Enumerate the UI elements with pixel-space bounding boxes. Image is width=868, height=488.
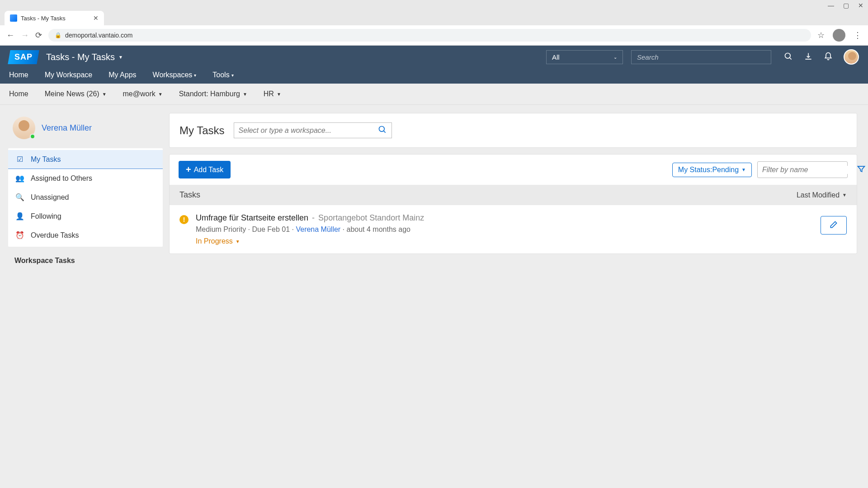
- edit-task-button[interactable]: [821, 216, 847, 235]
- tab-close-icon[interactable]: ✕: [93, 14, 99, 22]
- browser-tab-title: Tasks - My Tasks: [21, 15, 66, 22]
- page-title: Tasks - My Tasks: [46, 52, 115, 62]
- page-title-dropdown[interactable]: Tasks - My Tasks ▼: [46, 52, 123, 62]
- svg-point-2: [379, 127, 384, 132]
- sidebar-item-assigned-to-others[interactable]: 👥 Assigned to Others: [8, 169, 163, 188]
- person-icon: 👤: [15, 212, 24, 221]
- workspace-search[interactable]: [234, 122, 392, 138]
- window-close-icon[interactable]: ✕: [858, 2, 863, 9]
- nav-tools[interactable]: Tools▾: [212, 66, 233, 84]
- sidebar-item-label: Assigned to Others: [31, 174, 92, 183]
- sidebar-avatar: [13, 117, 35, 139]
- chevron-down-icon: ▼: [741, 167, 746, 172]
- sidebar-item-overdue-tasks[interactable]: ⏰ Overdue Tasks: [8, 226, 163, 245]
- sidebar-item-label: Following: [31, 212, 61, 221]
- content-area: My Tasks + Add Task My Status:Pending: [163, 105, 868, 488]
- nav-my-apps[interactable]: My Apps: [108, 66, 136, 84]
- sort-label: Last Modified: [797, 191, 840, 199]
- sort-dropdown[interactable]: Last Modified ▼: [797, 191, 847, 199]
- workspace-tasks-heading: Workspace Tasks: [8, 247, 163, 275]
- sidebar-item-label: My Tasks: [31, 155, 61, 164]
- secnav-standort[interactable]: Standort: Hamburg▼: [179, 84, 247, 104]
- global-search-input[interactable]: [631, 50, 771, 64]
- main-area: Verena Müller ☑ My Tasks 👥 Assigned to O…: [0, 105, 868, 488]
- secnav-meatwork[interactable]: me@work▼: [123, 84, 163, 104]
- filter-icon[interactable]: [857, 164, 866, 175]
- search-scope-label: All: [552, 53, 560, 61]
- status-filter-dropdown[interactable]: My Status:Pending ▼: [672, 163, 752, 177]
- sidebar-item-following[interactable]: 👤 Following: [8, 207, 163, 226]
- task-location: Sportangebot Standort Mainz: [318, 213, 424, 223]
- title-panel: My Tasks: [169, 113, 857, 148]
- chevron-down-icon: ▼: [842, 192, 847, 197]
- tasks-panel: + Add Task My Status:Pending ▼ Tasks: [169, 154, 857, 254]
- url-text: demoportal.vantaio.com: [65, 32, 132, 39]
- nav-workspaces[interactable]: Workspaces▾: [153, 66, 197, 84]
- sidebar-item-my-tasks[interactable]: ☑ My Tasks: [8, 150, 163, 169]
- chevron-down-icon: ⌄: [613, 55, 617, 60]
- name-filter[interactable]: [757, 161, 848, 178]
- content-title: My Tasks: [179, 124, 225, 137]
- chrome-profile-icon[interactable]: [833, 29, 845, 42]
- download-icon[interactable]: [804, 52, 813, 62]
- secnav-hr[interactable]: HR▼: [264, 84, 281, 104]
- browser-back-icon[interactable]: ←: [6, 31, 14, 40]
- task-row[interactable]: ! Umfrage für Startseite erstellen - Spo…: [170, 205, 857, 253]
- nav-my-workspace[interactable]: My Workspace: [45, 66, 93, 84]
- chrome-menu-icon[interactable]: ⋮: [854, 30, 862, 40]
- secnav-home[interactable]: Home: [9, 84, 28, 104]
- sidebar-item-label: Unassigned: [31, 193, 69, 202]
- browser-chrome: — ▢ ✕ Tasks - My Tasks ✕ ← → ⟳ 🔒 demopor…: [0, 0, 868, 46]
- lock-icon: 🔒: [55, 32, 61, 38]
- secondary-nav: Home Meine News (26)▼ me@work▼ Standort:…: [0, 84, 868, 105]
- task-separator: -: [312, 213, 315, 223]
- add-task-label: Add Task: [194, 166, 224, 174]
- browser-forward-icon[interactable]: →: [21, 31, 29, 40]
- status-filter-label: My Status:Pending: [678, 166, 739, 174]
- tasks-toolbar: + Add Task My Status:Pending ▼: [170, 155, 857, 185]
- favicon-icon: [10, 14, 17, 22]
- secnav-meine-news[interactable]: Meine News (26)▼: [45, 84, 107, 104]
- sidebar-item-label: Overdue Tasks: [31, 231, 79, 239]
- checkbox-icon: ☑: [15, 155, 24, 164]
- clock-warning-icon: ⏰: [15, 231, 24, 239]
- sidebar: Verena Müller ☑ My Tasks 👥 Assigned to O…: [0, 105, 163, 488]
- chevron-down-icon: ▼: [236, 239, 240, 244]
- svg-line-1: [790, 57, 792, 59]
- tasks-heading: Tasks: [179, 190, 200, 200]
- tasks-list-header: Tasks Last Modified ▼: [170, 185, 857, 205]
- svg-line-3: [383, 131, 385, 133]
- name-filter-input[interactable]: [762, 166, 853, 174]
- bell-icon[interactable]: [824, 52, 833, 62]
- window-minimize-icon[interactable]: —: [828, 2, 834, 9]
- task-title: Umfrage für Startseite erstellen: [196, 213, 308, 223]
- sap-logo[interactable]: SAP: [8, 50, 39, 64]
- task-status-dropdown[interactable]: In Progress ▼: [196, 237, 813, 245]
- search-icon[interactable]: [378, 125, 387, 136]
- browser-tab[interactable]: Tasks - My Tasks ✕: [5, 11, 104, 25]
- person-search-icon: 🔍: [15, 193, 24, 202]
- search-icon[interactable]: [784, 52, 793, 62]
- sidebar-item-unassigned[interactable]: 🔍 Unassigned: [8, 188, 163, 207]
- user-avatar[interactable]: [844, 49, 859, 65]
- task-assignee[interactable]: Verena Müller: [296, 225, 340, 233]
- task-priority: Medium Priority: [196, 225, 246, 233]
- address-bar[interactable]: 🔒 demoportal.vantaio.com: [48, 29, 811, 42]
- bookmark-star-icon[interactable]: ☆: [817, 30, 825, 40]
- pencil-icon: [829, 224, 838, 230]
- priority-badge-icon: !: [179, 215, 189, 224]
- plus-icon: +: [186, 164, 191, 175]
- svg-point-0: [785, 53, 791, 58]
- task-status-label: In Progress: [196, 237, 233, 245]
- task-age: about 4 months ago: [347, 225, 410, 233]
- browser-reload-icon[interactable]: ⟳: [35, 30, 42, 40]
- sidebar-user-block[interactable]: Verena Müller: [8, 113, 163, 148]
- app-header: SAP Tasks - My Tasks ▼ All ⌄ Home My Wor…: [0, 46, 868, 84]
- add-task-button[interactable]: + Add Task: [179, 161, 231, 178]
- workspace-search-input[interactable]: [239, 127, 378, 135]
- nav-home[interactable]: Home: [9, 66, 28, 84]
- chevron-down-icon: ▼: [118, 55, 123, 60]
- sidebar-user-name: Verena Müller: [42, 123, 92, 133]
- search-scope-select[interactable]: All ⌄: [546, 50, 623, 64]
- window-maximize-icon[interactable]: ▢: [843, 2, 849, 9]
